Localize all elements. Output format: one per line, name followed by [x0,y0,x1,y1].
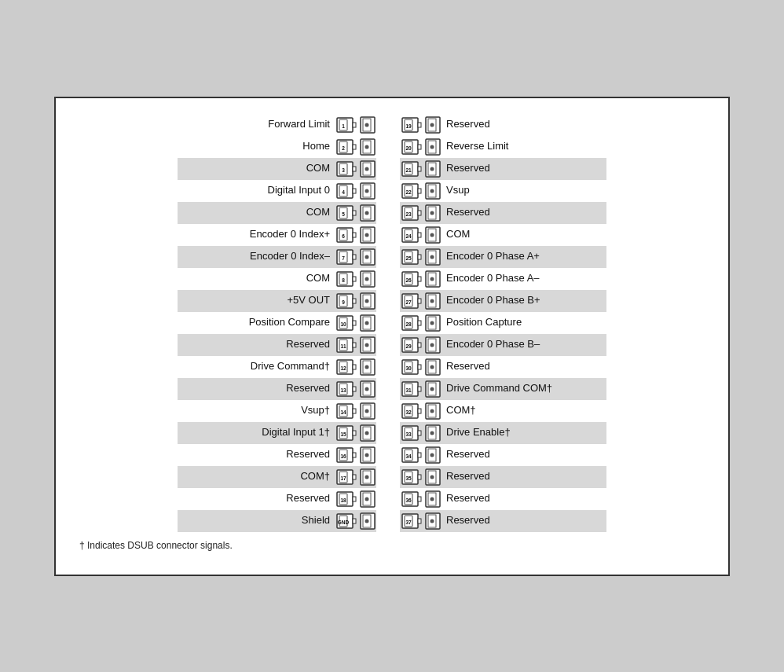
right-pin-widget: 27 [400,292,441,310]
svg-text:31: 31 [405,387,412,393]
svg-text:25: 25 [405,255,412,261]
pin-label-left: COM [178,207,335,218]
left-pin-widget: 13 [335,380,376,398]
pin-label-left: Digital Input 0 [178,185,335,196]
right-pin-widget: 25 [400,248,441,266]
svg-point-97 [365,409,369,413]
right-pin-row: 25 Encoder 0 Phase A+ [400,246,606,268]
svg-text:37: 37 [405,520,412,525]
svg-text:17: 17 [340,476,346,481]
right-pin-row: 22 Vsup [400,180,606,202]
pin-label-right: Vsup [441,185,606,196]
svg-rect-262 [418,519,421,523]
svg-point-6 [365,123,369,127]
svg-text:34: 34 [405,454,412,459]
svg-point-34 [365,211,369,215]
pin-label-left: Reserved [178,383,335,394]
svg-text:22: 22 [405,189,412,195]
right-pin-widget: 37 [400,512,441,531]
pin-label-right: Reverse Limit [441,141,606,152]
right-pin-row: 27 Encoder 0 Phase B+ [400,290,606,312]
svg-text:32: 32 [405,409,412,415]
right-pin-row: 26 Encoder 0 Phase A– [400,268,606,290]
svg-text:15: 15 [340,431,346,437]
svg-point-244 [430,453,434,457]
pin-label-right: Drive Command COM† [441,383,606,394]
svg-point-209 [430,343,434,347]
pin-label-left: Encoder 0 Index+ [178,229,335,240]
pin-label-right: Reserved [441,449,606,460]
svg-rect-94 [353,409,356,413]
svg-rect-129 [353,519,356,523]
pin-label-left: Reserved [178,449,335,460]
svg-rect-199 [418,321,421,325]
svg-text:14: 14 [340,409,346,415]
svg-point-69 [365,321,369,325]
svg-point-48 [365,255,369,259]
left-section: Forward Limit 1 Home 2 COM 3 [178,114,376,532]
left-pin-row: +5V OUT 9 [178,290,376,312]
left-pin-widget: 4 [335,182,376,200]
svg-text:9: 9 [342,299,345,305]
svg-point-202 [430,321,434,325]
left-pin-row: Reserved 16 [178,444,376,466]
svg-rect-213 [418,365,421,369]
svg-point-104 [365,431,369,435]
right-pin-widget: 32 [400,402,441,420]
left-pin-row: Reserved 11 [178,334,376,356]
right-pin-row: 24 COM [400,224,606,246]
main-container: Forward Limit 1 Home 2 COM 3 [54,97,730,576]
svg-text:27: 27 [405,299,412,305]
left-pin-widget: 8 [335,270,376,288]
left-pin-widget: 18 [335,490,376,509]
left-pin-widget: 1 [335,116,376,134]
left-pin-widget: 3 [335,160,376,178]
svg-point-83 [365,365,369,369]
svg-rect-227 [418,409,421,413]
svg-rect-66 [353,321,356,325]
svg-rect-136 [418,123,421,127]
right-pin-row: 31 Drive Command COM† [400,378,606,400]
pin-label-left: +5V OUT [178,295,335,306]
pin-label-right: Encoder 0 Phase A– [441,273,606,284]
right-pin-widget: 21 [400,160,441,178]
right-pin-row: 30 Reserved [400,356,606,378]
pin-label-right: Encoder 0 Phase A+ [441,251,606,262]
left-pin-row: Position Compare 10 [178,312,376,334]
svg-text:35: 35 [405,476,412,481]
left-pin-row: COM 3 [178,158,376,180]
right-pin-widget: 22 [400,182,441,200]
svg-text:7: 7 [342,255,345,261]
left-pin-row: Drive Command† 12 [178,356,376,378]
right-pin-row: 28 Position Capture [400,312,606,334]
right-pin-widget: 30 [400,358,441,376]
svg-text:21: 21 [405,167,412,173]
connector-diagram: Forward Limit 1 Home 2 COM 3 [79,114,705,532]
right-pin-widget: 20 [400,138,441,156]
svg-rect-206 [418,343,421,347]
svg-point-62 [365,299,369,303]
svg-rect-101 [353,431,356,435]
svg-point-41 [365,233,369,237]
svg-rect-157 [418,189,421,193]
pin-label-left: Digital Input 1† [178,427,335,438]
svg-rect-24 [353,189,356,193]
svg-text:8: 8 [342,277,345,283]
svg-rect-122 [353,497,356,501]
svg-rect-38 [353,233,356,237]
right-pin-row: 35 Reserved [400,466,606,488]
svg-point-76 [365,343,369,347]
svg-point-111 [365,453,369,457]
left-pin-widget: 17 [335,468,376,487]
left-pin-row: Home 2 [178,136,376,158]
svg-rect-178 [418,255,421,259]
right-pin-widget: 26 [400,270,441,288]
svg-text:4: 4 [342,189,345,195]
pin-label-right: Encoder 0 Phase B+ [441,295,606,306]
svg-text:16: 16 [340,454,346,459]
pin-label-left: Encoder 0 Index– [178,251,335,262]
pin-label-left: Shield [178,515,335,526]
right-pin-row: 37 Reserved [400,510,606,532]
pin-label-right: Encoder 0 Phase B– [441,339,606,350]
left-pin-row: Encoder 0 Index– 7 [178,246,376,268]
